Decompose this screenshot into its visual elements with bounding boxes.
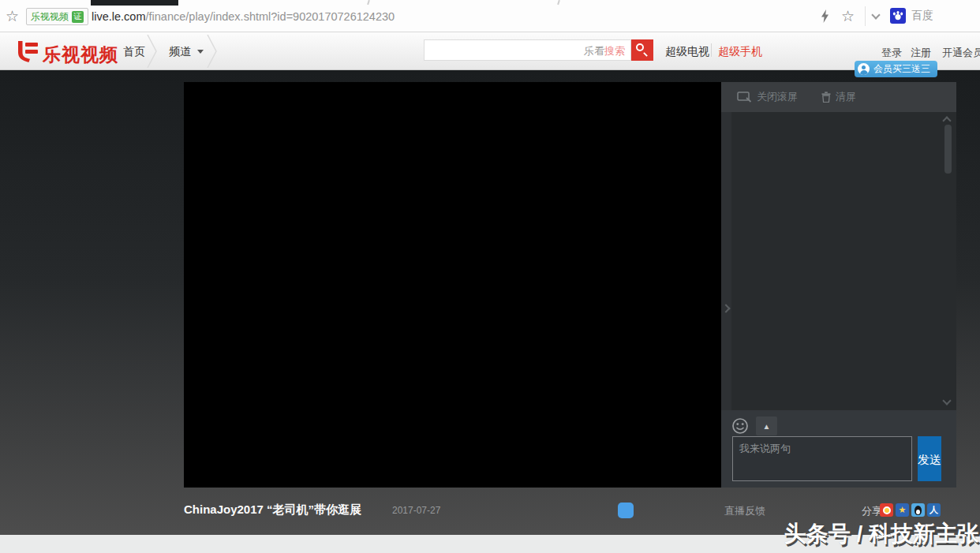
nav-home[interactable]: 首页 bbox=[123, 45, 145, 59]
header-divider bbox=[711, 43, 712, 57]
register-link[interactable]: 注册 bbox=[911, 46, 931, 60]
qq-share-icon[interactable] bbox=[911, 503, 925, 517]
site-header: 乐视视频 首页 频道 乐看搜索 超级电视 超级手机 登录 注册 开通会员 bbox=[0, 32, 980, 70]
bookmark-star-icon[interactable]: ☆ bbox=[841, 9, 855, 24]
watermark-text: 头条号 / 科技新主张 bbox=[784, 519, 979, 549]
trash-icon bbox=[821, 92, 831, 103]
breadcrumb-chevron bbox=[207, 35, 218, 71]
browser-address-bar: ☆ 乐视视频 证 live.le.com/finance/play/index.… bbox=[0, 0, 980, 32]
url-path: /finance/play/index.shtml?id=90201707261… bbox=[146, 10, 395, 23]
send-button[interactable]: 发送 bbox=[918, 436, 941, 481]
super-phone-link[interactable]: 超级手机 bbox=[718, 45, 762, 59]
search-area: 乐看搜索 bbox=[424, 39, 653, 61]
super-tv-link[interactable]: 超级电视 bbox=[665, 45, 709, 59]
renren-person-glyph: 人 bbox=[930, 506, 938, 514]
favorite-star-icon[interactable]: ☆ bbox=[6, 9, 19, 24]
renren-share-icon[interactable]: 人 bbox=[927, 503, 941, 517]
channel-caret-icon[interactable] bbox=[197, 50, 204, 54]
chat-toolbar: 关闭滚屏 清屏 bbox=[721, 82, 956, 112]
login-link[interactable]: 登录 bbox=[881, 46, 902, 60]
qq-penguin-glyph bbox=[915, 506, 922, 515]
url-input[interactable]: live.le.com/finance/play/index.shtml?id=… bbox=[92, 0, 395, 32]
smiley-icon bbox=[731, 417, 749, 435]
site-cert-badge: 证 bbox=[72, 11, 84, 23]
baidu-search-button[interactable]: 百度 bbox=[890, 8, 933, 24]
chevron-right-icon bbox=[721, 304, 730, 312]
qzone-share-icon[interactable]: ★ bbox=[896, 503, 909, 517]
clear-screen-label: 清屏 bbox=[836, 90, 856, 104]
clear-screen-button[interactable]: 清屏 bbox=[821, 90, 856, 104]
logo-text[interactable]: 乐视视频 bbox=[43, 43, 118, 67]
highlight-square-button[interactable] bbox=[618, 503, 634, 518]
scrollbar-thumb[interactable] bbox=[944, 125, 952, 174]
emoji-button[interactable] bbox=[731, 417, 749, 435]
qzone-star-glyph: ★ bbox=[899, 506, 907, 514]
address-bar-divider bbox=[865, 6, 866, 26]
search-icon bbox=[636, 43, 644, 51]
player-stage: 关闭滚屏 清屏 bbox=[0, 70, 980, 535]
weibo-sun-glyph bbox=[883, 506, 891, 514]
chat-input-area: ▲ 发送 bbox=[721, 410, 956, 488]
site-identity-chip[interactable]: 乐视视频 证 bbox=[26, 8, 88, 25]
video-date: 2017-07-27 bbox=[392, 505, 440, 516]
baidu-label: 百度 bbox=[911, 9, 933, 23]
url-host: live.le.com bbox=[92, 10, 146, 23]
member-icon bbox=[858, 63, 870, 75]
scroll-up-arrow[interactable] bbox=[942, 116, 951, 125]
chevron-down-icon[interactable] bbox=[871, 10, 880, 19]
collapse-input-button[interactable]: ▲ bbox=[756, 417, 777, 435]
close-scroll-button[interactable]: 关闭滚屏 bbox=[737, 90, 798, 104]
up-triangle-icon: ▲ bbox=[763, 422, 771, 431]
vip-promo-badge[interactable]: 会员买三送三 bbox=[855, 61, 937, 77]
chat-panel: 关闭滚屏 清屏 bbox=[721, 82, 956, 488]
baidu-paw-icon bbox=[890, 8, 906, 24]
letv-logo-icon[interactable] bbox=[16, 40, 39, 65]
search-button[interactable] bbox=[631, 39, 653, 61]
page: ☆ 乐视视频 证 live.le.com/finance/play/index.… bbox=[0, 0, 980, 553]
close-scroll-label: 关闭滚屏 bbox=[757, 90, 798, 104]
live-feedback-link[interactable]: 直播反馈 bbox=[724, 504, 765, 518]
share-icons-row: ★ 人 bbox=[880, 503, 941, 517]
screen-icon bbox=[737, 92, 752, 103]
weibo-share-icon[interactable] bbox=[880, 503, 893, 517]
lightning-icon[interactable] bbox=[821, 9, 829, 26]
breadcrumb-chevron bbox=[147, 35, 158, 71]
tab-divider bbox=[557, 0, 560, 5]
video-title: ChinaJoy2017 “老司机”带你逛展 bbox=[184, 503, 361, 518]
video-player[interactable] bbox=[184, 82, 721, 488]
chat-message-input[interactable] bbox=[732, 436, 912, 481]
nav-channel[interactable]: 频道 bbox=[169, 45, 191, 59]
site-name-label: 乐视视频 bbox=[31, 10, 69, 24]
vip-promo-label: 会员买三送三 bbox=[873, 62, 930, 76]
search-input[interactable] bbox=[424, 39, 631, 61]
scroll-down-arrow[interactable] bbox=[942, 396, 951, 405]
open-vip-link[interactable]: 开通会员 bbox=[942, 46, 980, 60]
